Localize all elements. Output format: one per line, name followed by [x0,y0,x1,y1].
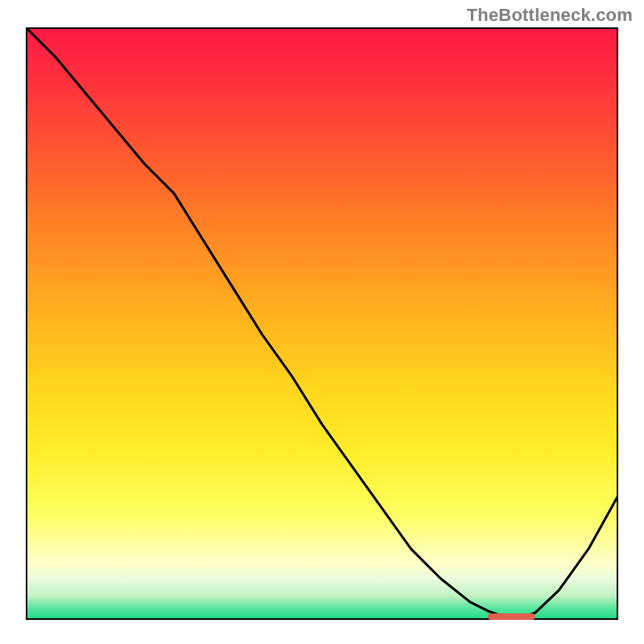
valley-marker [488,613,535,620]
chart-gradient-background [26,27,618,620]
attribution-text: TheBottleneck.com [467,5,633,26]
